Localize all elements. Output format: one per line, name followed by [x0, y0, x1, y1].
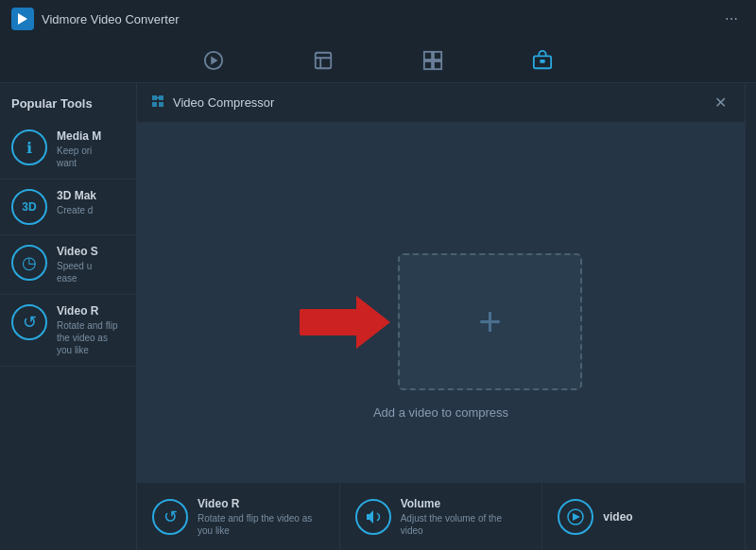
sidebar-item-3d-maker[interactable]: 3D 3D Mak Create d	[0, 180, 136, 235]
video-speed-icon: ◷	[11, 245, 47, 281]
right-strip	[745, 83, 756, 550]
sidebar-item-video-speed[interactable]: ◷ Video S Speed uease	[0, 235, 136, 295]
svg-rect-4	[424, 51, 432, 59]
video-rotator-desc: Rotate and flip the video as you like	[57, 319, 125, 356]
arrow-head	[356, 296, 390, 349]
svg-rect-5	[434, 51, 441, 59]
sidebar-item-media-metadata[interactable]: ℹ Media M Keep oriwant	[0, 120, 136, 180]
bottom-rotator-name: Video R	[198, 497, 324, 510]
bottom-extra-icon	[558, 499, 593, 535]
red-arrow	[300, 296, 390, 349]
sidebar: Popular Tools ℹ Media M Keep oriwant 3D …	[0, 83, 137, 550]
svg-marker-12	[573, 513, 580, 521]
video-speed-name: Video S	[57, 245, 98, 258]
video-speed-desc: Speed uease	[57, 260, 98, 284]
panel-title: Video Compressor	[173, 95, 274, 110]
sidebar-item-video-rotator[interactable]: ↺ Video R Rotate and flip the video as y…	[0, 295, 136, 367]
app-title: Vidmore Video Converter	[42, 12, 180, 26]
bottom-tool-video-rotator[interactable]: ↺ Video R Rotate and flip the video as y…	[137, 483, 340, 550]
3d-maker-icon: 3D	[11, 189, 47, 225]
svg-rect-3	[316, 52, 332, 68]
compressor-header-icon	[150, 94, 165, 112]
panel-close-button[interactable]: ✕	[709, 92, 731, 114]
tab-edit[interactable]	[306, 43, 340, 77]
bottom-volume-icon	[355, 499, 391, 535]
svg-marker-2	[211, 56, 217, 64]
add-video-dropzone[interactable]: +	[398, 253, 582, 390]
bottom-volume-desc: Adjust the volume of the video	[401, 512, 527, 537]
3d-maker-desc: Create d	[57, 204, 96, 216]
svg-rect-7	[434, 60, 441, 68]
title-bar: Vidmore Video Converter ⋯	[0, 0, 756, 38]
nav-tabs	[0, 38, 756, 83]
bottom-rotator-desc: Rotate and flip the video as you like	[198, 512, 324, 537]
svg-rect-9	[540, 60, 545, 63]
media-metadata-icon: ℹ	[11, 129, 47, 165]
add-video-label: Add a video to compress	[373, 405, 508, 420]
bottom-rotator-icon: ↺	[152, 499, 188, 535]
video-rotator-icon: ↺	[11, 304, 47, 340]
svg-rect-6	[424, 60, 432, 68]
main-area: Popular Tools ℹ Media M Keep oriwant 3D …	[0, 83, 756, 550]
panel-header: Video Compressor ✕	[137, 83, 745, 123]
app-logo	[11, 8, 34, 30]
more-button[interactable]: ⋯	[718, 9, 745, 28]
add-icon: +	[478, 302, 502, 342]
svg-marker-0	[18, 13, 27, 25]
arrow-plus-row: +	[300, 253, 582, 390]
bottom-tools: ↺ Video R Rotate and flip the video as y…	[137, 482, 745, 550]
video-rotator-name: Video R	[57, 304, 125, 318]
3d-maker-name: 3D Mak	[57, 189, 96, 202]
arrow-shaft	[300, 309, 356, 335]
bottom-extra-name: video	[603, 510, 632, 524]
tab-collage[interactable]	[416, 43, 450, 77]
bottom-volume-name: Volume	[401, 497, 527, 510]
bottom-tool-volume[interactable]: Volume Adjust the volume of the video	[340, 483, 543, 550]
compressor-panel: Video Compressor ✕ + Add a video to comp…	[137, 83, 745, 550]
tab-toolbox[interactable]	[525, 43, 559, 77]
tab-convert[interactable]	[197, 43, 231, 77]
bottom-tool-extra[interactable]: video	[542, 483, 745, 550]
sidebar-heading: Popular Tools	[0, 83, 136, 120]
media-metadata-name: Media M	[57, 129, 101, 143]
media-metadata-desc: Keep oriwant	[57, 145, 101, 169]
